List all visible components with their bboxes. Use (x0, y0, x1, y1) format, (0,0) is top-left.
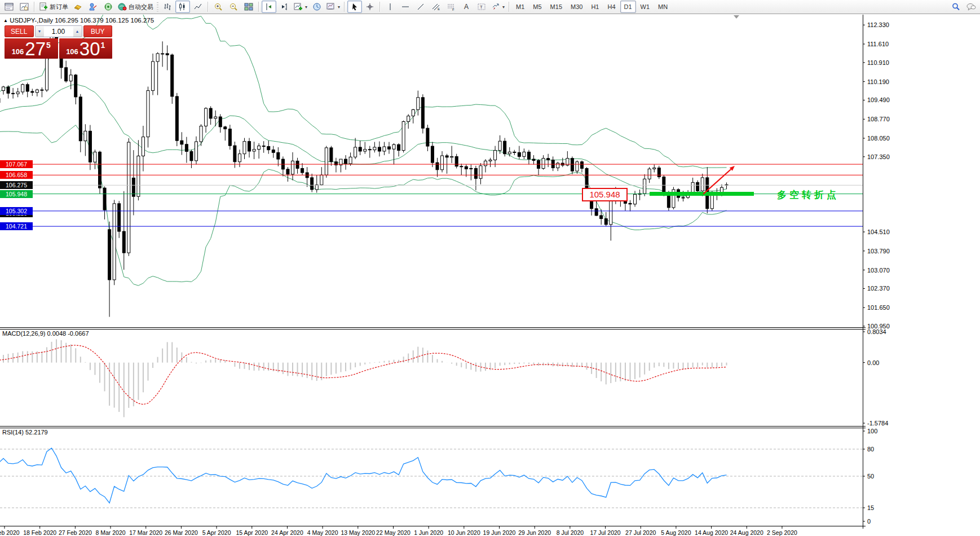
template-icon (326, 2, 336, 11)
charts-window-button[interactable] (2, 1, 16, 13)
date-label: 26 Mar 2020 (165, 529, 198, 536)
date-label: 8 Jul 2020 (557, 529, 584, 536)
svg-text:E: E (438, 7, 440, 11)
strategy-tester-icon (89, 2, 98, 11)
volume-input[interactable] (44, 26, 73, 37)
rsi-layer[interactable] (0, 448, 863, 508)
chart-canvas[interactable] (0, 0, 980, 536)
trendline-tool-button[interactable] (413, 1, 428, 13)
turning-point-annotation[interactable]: 多空转折点 (777, 188, 839, 201)
candle-chart-mode-button[interactable] (175, 1, 190, 13)
label-tool-button[interactable]: T (474, 1, 489, 13)
add-indicator-button[interactable]: ▾ (292, 1, 309, 13)
price-tick-label: 103.790 (867, 248, 890, 255)
search-button[interactable] (948, 1, 963, 13)
arrange-right-button[interactable] (277, 1, 292, 13)
timeframe-h1-button[interactable]: H1 (587, 1, 603, 13)
price-badge-107.067: 107.067 (0, 160, 33, 168)
date-label: 27 Feb 2020 (59, 529, 92, 536)
timeframe-label: M15 (548, 3, 564, 10)
tile-windows-button[interactable] (241, 1, 256, 13)
date-label: 22 May 2020 (376, 529, 410, 536)
date-label: 8 Mar 2020 (95, 529, 125, 536)
timeframe-m1-button[interactable]: M1 (512, 1, 528, 13)
chart-shift-marker-icon[interactable] (734, 15, 739, 19)
auto-trading-icon (118, 2, 127, 11)
date-label: 17 Jul 2020 (590, 529, 620, 536)
template-button[interactable]: ▾ (325, 1, 342, 13)
vertical-line-tool-button[interactable] (383, 1, 398, 13)
macd-tick-label: 0.00 (867, 359, 879, 367)
date-label: 27 Jul 2020 (625, 529, 656, 536)
quotes-button[interactable] (70, 1, 85, 13)
arrange-left-button[interactable] (262, 1, 276, 13)
timeframe-w1-button[interactable]: W1 (637, 1, 654, 13)
date-label: 18 Feb 2020 (23, 529, 56, 536)
horizontal-line-tool-button[interactable] (398, 1, 413, 13)
price-flag-105948[interactable]: 105.948 (582, 188, 628, 201)
sell-button[interactable]: SELL (5, 25, 34, 37)
zoom-in-button[interactable] (211, 1, 226, 13)
date-label: 13 May 2020 (341, 529, 375, 536)
rsi-tick-label: 80 (867, 446, 874, 453)
date-label: 10 Jun 2020 (448, 529, 480, 536)
buy-button[interactable]: BUY (83, 25, 113, 37)
buy-price-button[interactable]: 106 30 1 (59, 38, 113, 59)
timeframe-m30-button[interactable]: M30 (567, 1, 586, 13)
auto-trading-label: 自动交易 (129, 3, 153, 11)
timeframe-m5-button[interactable]: M5 (529, 1, 545, 13)
collapse-triangle-icon[interactable]: ▲ (3, 18, 8, 23)
price-tick-label: 112.330 (867, 21, 889, 29)
chat-button[interactable] (964, 1, 978, 13)
toolbar: 新订单 自动交易 ▾ ▾ E F A T ▾ M1 (0, 0, 980, 14)
line-chart-icon (193, 2, 202, 11)
period-button[interactable] (310, 1, 324, 13)
zoom-out-button[interactable] (226, 1, 241, 13)
fibonacci-tool-button[interactable]: F (444, 1, 458, 13)
rsi-line (0, 448, 726, 503)
volume-decrease-button[interactable]: ▼ (36, 26, 44, 37)
timeframe-d1-button[interactable]: D1 (620, 1, 636, 13)
price-tick-label: 110.910 (867, 59, 889, 67)
timeframe-m15-button[interactable]: M15 (546, 1, 566, 13)
news-icon (104, 2, 113, 11)
date-label: 17 Mar 2020 (129, 529, 162, 536)
crosshair-icon (365, 2, 374, 11)
date-label: 4 May 2020 (307, 529, 338, 536)
symbol-ohlc-text: USDJPY-,Daily 106.295 106.379 106.125 10… (10, 17, 154, 24)
strategy-tester-button[interactable] (86, 1, 100, 13)
auto-trading-button[interactable]: 自动交易 (116, 1, 155, 13)
price-badge-106.275: 106.275 (0, 181, 33, 189)
sell-price-button[interactable]: 106 27 5 (5, 38, 58, 59)
new-order-button[interactable]: 新订单 (37, 1, 70, 13)
toolbar-separator (379, 2, 381, 12)
timeframe-label: MN (656, 3, 670, 10)
buy-price-prefix: 106 (66, 47, 78, 56)
date-label: 9 Feb 2020 (0, 529, 20, 536)
timeframe-label: H1 (589, 3, 601, 10)
crosshair-tool-button[interactable] (363, 1, 377, 13)
line-chart-mode-button[interactable] (191, 1, 205, 13)
bar-chart-mode-button[interactable] (160, 1, 175, 13)
channel-tool-button[interactable]: E (429, 1, 443, 13)
shapes-tool-button[interactable]: ▾ (489, 1, 506, 13)
candlestick-chart-icon (178, 2, 187, 11)
price-chart-layer[interactable] (0, 0, 863, 317)
timeframe-mn-button[interactable]: MN (654, 1, 672, 13)
buy-label: BUY (91, 28, 105, 36)
tick-chart-button[interactable] (17, 1, 32, 13)
news-button[interactable] (101, 1, 116, 13)
timeframe-h4-button[interactable]: H4 (603, 1, 619, 13)
sell-price-prefix: 106 (12, 47, 24, 56)
macd-layer[interactable] (0, 339, 726, 417)
date-label: 5 Apr 2020 (202, 529, 231, 536)
price-badge-106.658: 106.658 (0, 171, 33, 179)
timeframe-label: D1 (622, 3, 634, 10)
dropdown-caret: ▾ (338, 5, 340, 10)
volume-spinner: ▼ ▲ (35, 25, 82, 37)
volume-increase-button[interactable]: ▲ (73, 26, 82, 37)
add-indicator-icon (294, 2, 303, 11)
toolbar-separator (34, 2, 35, 12)
cursor-tool-button[interactable] (347, 1, 362, 13)
text-tool-button[interactable]: A (459, 1, 474, 13)
